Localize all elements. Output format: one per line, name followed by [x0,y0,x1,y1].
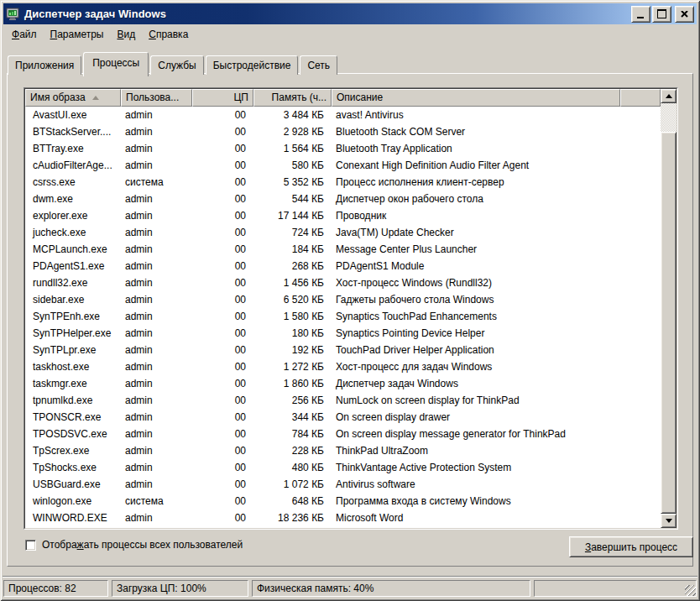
process-row[interactable]: MCPLaunch.exeadmin00184 КБMessage Center… [25,241,661,258]
close-button[interactable] [675,6,694,23]
cell-cpu: 00 [192,274,253,291]
menu-view[interactable]: Вид [110,26,142,43]
column-header-user-name[interactable]: Пользова... [121,89,192,107]
cell-image-name: MCPLaunch.exe [25,241,121,258]
show-all-users-checkbox[interactable]: Отображать процессы всех пользователей [25,539,243,551]
statusbar: Процессов: 82 Загрузка ЦП: 100% Физическ… [3,576,697,598]
process-row[interactable]: SynTPLpr.exeadmin00192 КБTouchPad Driver… [25,342,661,358]
tab-processes[interactable]: Процессы [83,52,149,76]
process-row[interactable]: SynTPEnh.exeadmin001 580 КБSynaptics Tou… [25,308,661,325]
cell-user-name: admin [121,241,192,258]
process-row[interactable]: sidebar.exeadmin006 520 КБГаджеты рабоче… [25,291,661,308]
menu-options[interactable]: Параметры [44,26,111,43]
status-physical-memory: Физическая память: 40% [252,580,530,597]
cell-memory: 6 520 КБ [253,291,332,308]
cell-user-name: admin [121,274,192,291]
process-row[interactable]: TpShocks.exeadmin00480 КБThinkVantage Ac… [25,459,661,476]
process-row[interactable]: winlogon.exeсистема00648 КБПрограмма вхо… [25,493,661,510]
cell-cpu: 00 [192,140,253,157]
cell-cpu: 00 [192,510,253,526]
cell-image-name: TpShocks.exe [25,459,121,476]
checkbox-label: Отображать процессы всех пользователей [42,539,243,551]
checkbox-box[interactable] [25,540,36,551]
process-row[interactable]: PDAgentS1.exeadmin00268 КБPDAgentS1 Modu… [25,258,661,274]
process-row[interactable]: taskhost.exeadmin001 272 КБХост-процесс … [25,358,661,375]
process-row[interactable]: BTTray.exeadmin001 564 КБBluetooth Tray … [25,140,661,157]
cell-user-name: admin [121,157,192,174]
end-process-button[interactable]: Завершить процесс [569,536,693,557]
cell-image-name: USBGuard.exe [25,476,121,493]
status-cpu-load: Загрузка ЦП: 100% [112,580,248,597]
process-row[interactable]: cAudioFilterAge...admin00580 КБConexant … [25,157,661,174]
cell-user-name: admin [121,476,192,493]
process-row[interactable]: TPONSCR.exeadmin00344 КБOn screen displa… [25,409,661,426]
cell-description: Bluetooth Stack COM Server [332,123,620,140]
cell-cpu: 00 [192,476,253,493]
status-processes: Процессов: 82 [3,580,108,597]
process-row[interactable]: BTStackServer....admin002 928 КБBluetoot… [25,123,661,140]
cell-memory: 784 КБ [253,426,332,442]
cell-cpu: 00 [192,358,253,375]
process-row[interactable]: USBGuard.exeadmin001 072 КБAntivirus sof… [25,476,661,493]
process-row[interactable]: SynTPHelper.exeadmin00180 КБSynaptics Po… [25,325,661,342]
resize-grip[interactable] [685,585,696,596]
column-header-memory[interactable]: Память (ч... [253,89,332,107]
process-row[interactable]: rundll32.exeadmin001 456 КБХост-процесс … [25,274,661,291]
column-header-label: Память (ч... [272,90,326,106]
process-row[interactable]: TPOSDSVC.exeadmin00784 КБOn screen displ… [25,426,661,442]
scrollbar-thumb[interactable] [661,132,676,514]
cell-cpu: 00 [192,442,253,459]
scroll-down-button[interactable] [661,514,676,528]
tab-performance[interactable]: Быстродействие [206,55,299,75]
tab-services[interactable]: Службы [150,55,203,75]
cell-image-name: SynTPLpr.exe [25,342,121,358]
process-row[interactable]: jucheck.exeadmin00724 КБJava(TM) Update … [25,224,661,241]
cell-cpu: 00 [192,459,253,476]
maximize-button[interactable] [652,6,671,23]
close-icon [681,11,688,18]
scroll-up-button[interactable] [661,89,676,103]
cell-cpu: 00 [192,191,253,207]
column-header-cpu[interactable]: ЦП [192,89,253,107]
process-row[interactable]: explorer.exeadmin0017 144 КБПроводник [25,207,661,224]
process-row[interactable]: tpnumlkd.exeadmin00256 КБNumLock on scre… [25,392,661,409]
minimize-button[interactable] [631,6,650,23]
cell-memory: 18 236 КБ [253,510,332,526]
process-row[interactable]: taskmgr.exeadmin001 860 КБДиспетчер зада… [25,375,661,392]
task-manager-window: Диспетчер задач Windows ФайлПараметрыВид… [0,0,700,601]
process-row[interactable]: dwm.exeadmin00544 КБДиспетчер окон рабоч… [25,191,661,207]
column-header-blank[interactable] [620,89,661,107]
sort-ascending-icon [92,96,99,100]
cell-user-name: admin [121,375,192,392]
window-title: Диспетчер задач Windows [24,8,629,20]
vertical-scrollbar[interactable] [661,89,676,528]
cell-user-name: admin [121,325,192,342]
process-list: Имя образаПользова...ЦППамять (ч...Описа… [24,87,678,530]
cell-image-name: jucheck.exe [25,224,121,241]
column-header-description[interactable]: Описание [332,89,620,107]
menu-help[interactable]: Справка [142,26,195,43]
cell-image-name: WINWORD.EXE [25,510,121,526]
cell-description: Synaptics Pointing Device Helper [332,325,620,342]
column-header-image-name[interactable]: Имя образа [25,89,121,107]
process-row[interactable]: csrss.exeсистема005 352 КБПроцесс исполн… [25,174,661,191]
cell-user-name: admin [121,308,192,325]
titlebar[interactable]: Диспетчер задач Windows [3,3,697,24]
cell-cpu: 00 [192,123,253,140]
cell-user-name: система [121,174,192,191]
tab-network[interactable]: Сеть [300,55,337,75]
tab-applications[interactable]: Приложения [8,55,81,75]
cell-description: Conexant High Definition Audio Filter Ag… [332,157,620,174]
cell-image-name: cAudioFilterAge... [25,157,121,174]
cell-user-name: admin [121,342,192,358]
cell-user-name: admin [121,358,192,375]
cell-memory: 17 144 КБ [253,207,332,224]
process-row[interactable]: TpScrex.exeadmin00228 КБThinkPad UltraZo… [25,442,661,459]
process-row[interactable]: WINWORD.EXEadmin0018 236 КБMicrosoft Wor… [25,510,661,526]
cell-memory: 580 КБ [253,157,332,174]
menu-file[interactable]: Файл [5,26,44,43]
menubar: ФайлПараметрыВидСправка [5,26,195,43]
cell-cpu: 00 [192,241,253,258]
process-row[interactable]: AvastUI.exeadmin003 484 КБavast! Antivir… [25,107,661,123]
cell-user-name: admin [121,409,192,426]
